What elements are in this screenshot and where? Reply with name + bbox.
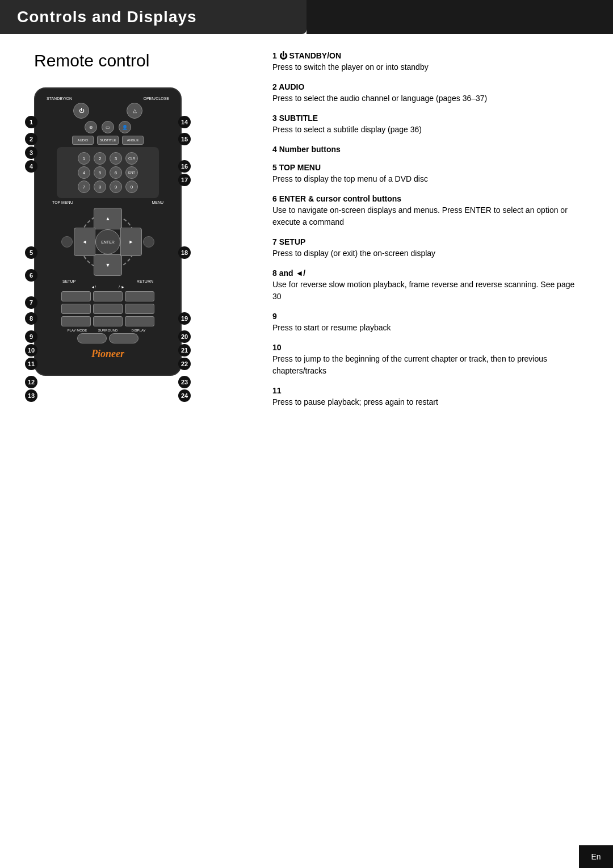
badge-15: 15: [178, 133, 191, 145]
btn-9[interactable]: 9: [110, 181, 122, 193]
btn-0[interactable]: 0: [125, 181, 138, 193]
desc-text-10: Press to jump to the beginning of the cu…: [272, 353, 579, 377]
btn-transport-6[interactable]: [125, 304, 154, 314]
btn-transport-1[interactable]: [61, 291, 91, 301]
bottom-row-oval: [41, 333, 175, 343]
btn-dpad-left[interactable]: ◄: [74, 228, 95, 256]
btn-return[interactable]: [143, 236, 154, 248]
desc-text-3: Press to select a subtitle display (page…: [272, 124, 579, 136]
desc-title-6: 6 ENTER & cursor control buttons: [272, 194, 579, 203]
btn-6[interactable]: 6: [110, 166, 122, 179]
btn-transport-9[interactable]: [125, 316, 154, 326]
btn-5[interactable]: 5: [94, 166, 106, 179]
btn-standby[interactable]: ⏻: [73, 103, 89, 119]
desc-item-10: 10 Press to jump to the beginning of the…: [272, 343, 579, 377]
desc-text-11: Press to pause playback; press again to …: [272, 396, 579, 408]
label-menu: MENU: [152, 200, 163, 204]
desc-item-5: 5 TOP MENU Press to display the top menu…: [272, 163, 579, 185]
badge-9: 9: [25, 330, 37, 343]
numpad: 1 2 3 CLR 4 5 6 ENT 7 8 9: [57, 147, 159, 198]
label-standby: STANDBY/ON: [47, 97, 72, 100]
btn-enter-dpad[interactable]: ENTER: [95, 229, 120, 254]
desc-title-4: 4 Number buttons: [272, 145, 579, 154]
btn-cd-icon[interactable]: ⊚: [85, 121, 97, 133]
label-display: DISPLAY: [124, 329, 153, 332]
label-setup: SETUP: [62, 279, 75, 283]
btn-dpad-up[interactable]: ▲: [94, 208, 122, 229]
numpad-row-2: 4 5 6 ENT: [60, 166, 156, 179]
section-title: Remote control: [34, 51, 250, 70]
btn-4[interactable]: 4: [78, 166, 90, 179]
label-surround: SURROUND: [93, 329, 123, 332]
btn-dpad-down[interactable]: ▼: [94, 254, 122, 276]
badge-22: 22: [178, 358, 191, 370]
remote-row-top: ⏻ △: [41, 103, 175, 119]
desc-title-2: 2 AUDIO: [272, 82, 579, 91]
btn-transport-3[interactable]: [125, 291, 154, 301]
desc-item-11: 11 Press to pause playback; press again …: [272, 386, 579, 408]
btn-transport-4[interactable]: [61, 304, 91, 314]
badge-20: 20: [178, 330, 191, 343]
desc-title-10: 10: [272, 343, 579, 352]
btn-transport-2[interactable]: [93, 291, 123, 301]
badge-24: 24: [178, 389, 191, 402]
btn-icon2[interactable]: ▭: [102, 121, 114, 133]
desc-title-11: 11: [272, 386, 579, 395]
btn-oval-2[interactable]: [109, 333, 138, 343]
btn-open-close[interactable]: △: [127, 103, 142, 119]
btn-transport-5[interactable]: [93, 304, 123, 314]
bottom-function-labels: PLAY MODE SURROUND DISPLAY: [41, 329, 175, 332]
transport-row-1: [41, 291, 175, 301]
badge-18: 18: [178, 246, 191, 259]
label-return: RETURN: [137, 279, 153, 283]
btn-3[interactable]: 3: [110, 152, 122, 165]
btn-dpad-right[interactable]: ►: [120, 228, 142, 256]
btn-icon3[interactable]: 👤: [119, 121, 131, 133]
remote-top-labels: STANDBY/ON OPEN/CLOSE: [41, 97, 175, 100]
btn-2[interactable]: 2: [94, 152, 106, 165]
badge-12: 12: [25, 376, 37, 388]
desc-title-8: 8 and ◄/: [272, 269, 579, 278]
footer-en-label: En: [579, 845, 613, 868]
badge-5: 5: [25, 246, 37, 259]
btn-7[interactable]: 7: [78, 181, 90, 193]
desc-item-3: 3 SUBTITLE Press to select a subtitle di…: [272, 114, 579, 136]
setup-return-labels: SETUP RETURN: [62, 279, 153, 283]
desc-title-5: 5 TOP MENU: [272, 163, 579, 172]
btn-oval-1[interactable]: [77, 333, 107, 343]
btn-angle[interactable]: ANGLE: [122, 136, 144, 145]
desc-text-7: Press to display (or exit) the on-screen…: [272, 248, 579, 259]
numpad-row-3: 7 8 9 0: [60, 181, 156, 193]
btn-transport-7[interactable]: [61, 316, 91, 326]
main-content: Remote control 1 2 3 4 5 6 7 8 9 10 11 1…: [0, 34, 613, 434]
btn-transport-8[interactable]: [93, 316, 123, 326]
btn-clear[interactable]: CLR: [125, 152, 138, 165]
btn-audio[interactable]: AUDIO: [72, 136, 94, 145]
transport-row-3: [41, 316, 175, 326]
menu-labels: TOP MENU MENU: [41, 200, 175, 204]
pioneer-logo: Pioneer: [41, 348, 175, 360]
badge-1: 1: [25, 116, 37, 128]
badge-17: 17: [178, 174, 191, 186]
desc-item-6: 6 ENTER & cursor control buttons Use to …: [272, 194, 579, 228]
header-right-block: [579, 0, 613, 34]
badge-14: 14: [178, 116, 191, 128]
desc-title-3: 3 SUBTITLE: [272, 114, 579, 123]
btn-1[interactable]: 1: [78, 152, 90, 165]
btn-enter-numpad[interactable]: ENT: [125, 166, 138, 179]
badge-21: 21: [178, 344, 191, 357]
badge-4: 4: [25, 160, 37, 173]
desc-item-4: 4 Number buttons: [272, 145, 579, 154]
desc-item-9: 9 Press to start or resume playback: [272, 312, 579, 334]
desc-text-2: Press to select the audio channel or lan…: [272, 93, 579, 104]
btn-subtitle[interactable]: SUBTITLE: [97, 136, 119, 145]
desc-text-5: Press to display the top menu of a DVD d…: [272, 173, 579, 185]
btn-setup[interactable]: [61, 236, 73, 248]
btn-8[interactable]: 8: [94, 181, 106, 193]
badge-13: 13: [25, 389, 37, 402]
desc-item-2: 2 AUDIO Press to select the audio channe…: [272, 82, 579, 104]
slowmo-labels: ◄/ / ►: [41, 285, 175, 289]
transport-row-2: [41, 304, 175, 314]
numpad-row-1: 1 2 3 CLR: [60, 152, 156, 165]
label-openclose: OPEN/CLOSE: [143, 97, 169, 100]
